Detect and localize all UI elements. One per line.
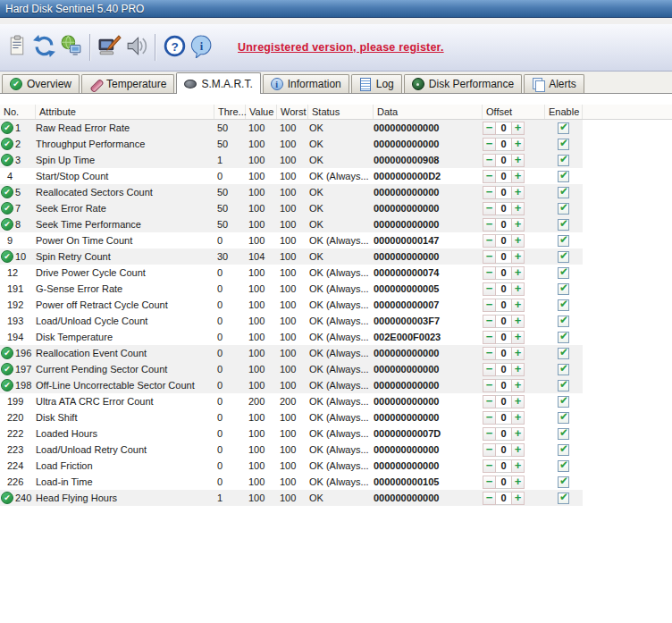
offset-decrease-button[interactable]	[483, 138, 496, 151]
enable-checkbox[interactable]	[558, 476, 569, 488]
report-button[interactable]	[4, 32, 30, 63]
network-button[interactable]	[57, 32, 84, 63]
refresh-button[interactable]	[30, 32, 57, 63]
column-header-offset[interactable]: Offset	[483, 105, 545, 119]
tab-temperature[interactable]: Temperature	[81, 74, 174, 93]
offset-decrease-button[interactable]	[483, 218, 496, 232]
enable-checkbox[interactable]	[558, 299, 569, 311]
table-row[interactable]: 12Drive Power Cycle Count0100100OK (Alwa…	[0, 265, 583, 281]
offset-increase-button[interactable]	[511, 138, 525, 151]
tab-overview[interactable]: Overview	[2, 74, 80, 93]
offset-increase-button[interactable]	[511, 347, 525, 360]
tab-information[interactable]: Information	[263, 74, 349, 93]
offset-increase-button[interactable]	[511, 363, 525, 376]
tab-log[interactable]: Log	[351, 74, 402, 93]
column-header-attribute[interactable]: Attribute	[36, 105, 214, 119]
enable-checkbox[interactable]	[558, 203, 569, 215]
tab-disk-performance[interactable]: Disk Performance	[404, 74, 522, 93]
column-header-no[interactable]: No.	[0, 105, 36, 119]
offset-increase-button[interactable]	[511, 299, 525, 312]
offset-decrease-button[interactable]	[483, 234, 496, 248]
table-row[interactable]: 224Load Friction0100100OK (Always...0000…	[0, 458, 583, 474]
offset-decrease-button[interactable]	[483, 492, 496, 505]
table-row[interactable]: 7Seek Error Rate50100100OK0000000000000	[0, 200, 583, 216]
offset-increase-button[interactable]	[511, 170, 525, 183]
column-header-value[interactable]: Value	[246, 105, 277, 119]
info-button[interactable]: i	[188, 32, 214, 63]
table-row[interactable]: 223Load/Unload Retry Count0100100OK (Alw…	[0, 442, 583, 458]
enable-checkbox[interactable]	[558, 283, 569, 295]
offset-increase-button[interactable]	[511, 331, 525, 344]
enable-checkbox[interactable]	[558, 332, 569, 343]
configuration-button[interactable]	[96, 32, 122, 63]
enable-checkbox[interactable]	[558, 396, 569, 408]
offset-decrease-button[interactable]	[483, 282, 496, 296]
table-row[interactable]: 194Disk Temperature0100100OK (Always...0…	[0, 329, 583, 345]
sound-button[interactable]	[122, 32, 149, 63]
table-row[interactable]: 222Loaded Hours0100100OK (Always...00000…	[0, 425, 583, 442]
offset-increase-button[interactable]	[511, 154, 525, 167]
enable-checkbox[interactable]	[558, 155, 569, 166]
offset-decrease-button[interactable]	[483, 202, 496, 215]
register-link[interactable]: Unregistered version, please register.	[238, 41, 444, 54]
offset-decrease-button[interactable]	[483, 443, 496, 457]
offset-increase-button[interactable]	[511, 186, 525, 199]
offset-increase-button[interactable]	[511, 411, 525, 425]
title-bar[interactable]: Hard Disk Sentinel 5.40 PRO	[0, 0, 672, 18]
table-row[interactable]: 191G-Sense Error Rate0100100OK (Always..…	[0, 281, 583, 297]
offset-decrease-button[interactable]	[483, 266, 496, 280]
offset-decrease-button[interactable]	[483, 347, 496, 360]
offset-decrease-button[interactable]	[483, 170, 496, 183]
offset-increase-button[interactable]	[511, 315, 525, 328]
enable-checkbox[interactable]	[558, 139, 569, 150]
offset-decrease-button[interactable]	[483, 315, 496, 328]
enable-checkbox[interactable]	[558, 251, 569, 263]
table-row[interactable]: 198Off-Line Uncorrectable Sector Count01…	[0, 377, 583, 393]
offset-increase-button[interactable]	[511, 427, 525, 441]
enable-checkbox[interactable]	[558, 267, 569, 279]
offset-decrease-button[interactable]	[483, 427, 496, 441]
enable-checkbox[interactable]	[558, 187, 569, 198]
offset-decrease-button[interactable]	[483, 379, 496, 392]
offset-increase-button[interactable]	[511, 234, 525, 248]
table-row[interactable]: 196Reallocation Event Count0100100OK (Al…	[0, 345, 583, 361]
table-row[interactable]: 10Spin Retry Count30104100OK000000000000…	[0, 248, 583, 265]
enable-checkbox[interactable]	[558, 235, 569, 247]
table-row[interactable]: 1Raw Read Error Rate50100100OK0000000000…	[0, 120, 583, 136]
enable-checkbox[interactable]	[558, 364, 569, 375]
enable-checkbox[interactable]	[558, 219, 569, 231]
offset-increase-button[interactable]	[511, 218, 525, 232]
offset-increase-button[interactable]	[511, 122, 525, 135]
enable-checkbox[interactable]	[558, 493, 569, 504]
enable-checkbox[interactable]	[558, 412, 569, 424]
offset-increase-button[interactable]	[511, 476, 525, 489]
offset-increase-button[interactable]	[511, 250, 525, 264]
offset-decrease-button[interactable]	[483, 154, 496, 167]
offset-decrease-button[interactable]	[483, 459, 496, 473]
enable-checkbox[interactable]	[558, 380, 569, 391]
table-row[interactable]: 4Start/Stop Count0100100OK (Always...000…	[0, 168, 583, 184]
enable-checkbox[interactable]	[558, 171, 569, 182]
enable-checkbox[interactable]	[558, 428, 569, 440]
table-row[interactable]: 9Power On Time Count0100100OK (Always...…	[0, 232, 583, 248]
offset-decrease-button[interactable]	[483, 363, 496, 376]
offset-decrease-button[interactable]	[483, 411, 496, 425]
offset-decrease-button[interactable]	[483, 395, 496, 408]
offset-decrease-button[interactable]	[483, 476, 496, 489]
table-row[interactable]: 8Seek Time Performance50100100OK00000000…	[0, 216, 583, 232]
help-button[interactable]: ?	[161, 32, 188, 63]
table-row[interactable]: 3Spin Up Time1100100OK0000000009080	[0, 152, 583, 168]
enable-checkbox[interactable]	[558, 316, 569, 327]
table-row[interactable]: 220Disk Shift0100100OK (Always...0000000…	[0, 409, 583, 425]
offset-increase-button[interactable]	[511, 379, 525, 392]
column-header-worst[interactable]: Worst	[277, 105, 308, 119]
offset-increase-button[interactable]	[511, 459, 525, 473]
column-header-status[interactable]: Status	[308, 105, 374, 119]
table-row[interactable]: 226Load-in Time0100100OK (Always...00000…	[0, 474, 583, 490]
offset-decrease-button[interactable]	[483, 250, 496, 264]
column-header-threshold[interactable]: Thre...	[214, 105, 246, 119]
table-row[interactable]: 197Current Pending Sector Count0100100OK…	[0, 361, 583, 377]
column-header-enable[interactable]: Enable	[545, 105, 583, 119]
offset-decrease-button[interactable]	[483, 186, 496, 199]
enable-checkbox[interactable]	[558, 444, 569, 456]
